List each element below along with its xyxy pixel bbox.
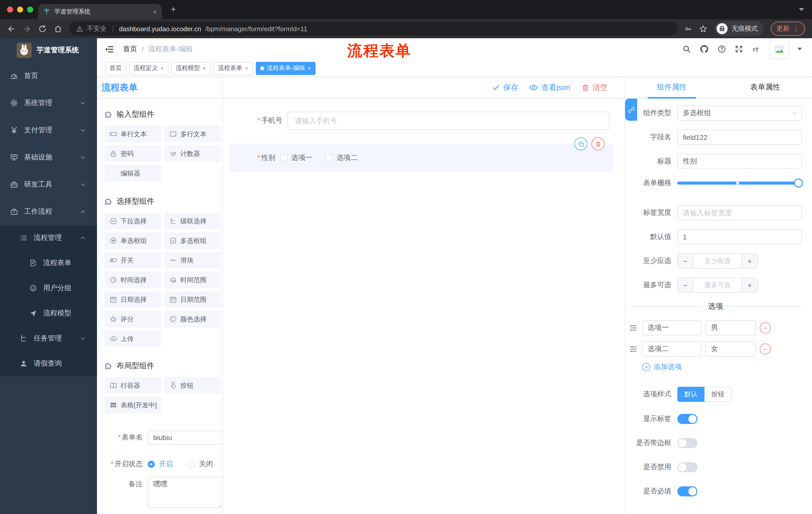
tag-process-form-edit[interactable]: 流程表单-编辑× — [256, 62, 316, 75]
palette-item-rate[interactable]: 评分 — [105, 311, 161, 327]
sidebar-item-user-group[interactable]: 用户分组 — [0, 276, 97, 301]
new-tab-button[interactable]: + — [169, 5, 178, 14]
remove-option-button[interactable]: − — [760, 322, 771, 333]
font-size-icon[interactable] — [752, 44, 761, 54]
show-label-toggle[interactable] — [677, 414, 697, 424]
palette-item-table[interactable]: 表格[开发中] — [105, 397, 161, 413]
grid-slider[interactable] — [677, 178, 802, 188]
tag-home[interactable]: 首页 — [105, 62, 126, 75]
password-key-icon[interactable] — [685, 25, 692, 32]
breadcrumb-home[interactable]: 首页 — [123, 45, 137, 54]
avatar[interactable] — [770, 39, 789, 59]
palette-item-color[interactable]: 颜色选择 — [164, 311, 221, 327]
view-json-button[interactable]: 查看json — [529, 83, 570, 92]
forward-icon[interactable] — [23, 24, 31, 33]
back-icon[interactable] — [7, 24, 16, 33]
palette-item-date[interactable]: 日期选择 — [105, 291, 161, 308]
window-controls[interactable] — [7, 6, 33, 12]
stepper-plus-button[interactable]: + — [742, 254, 757, 268]
close-tab-icon[interactable]: × — [153, 8, 157, 15]
status-radio-off[interactable]: 关闭 — [188, 460, 213, 469]
stepper-plus-button[interactable]: + — [742, 278, 757, 292]
palette-item-cascade[interactable]: 级联选择 — [164, 213, 221, 229]
address-bar[interactable]: 不安全 dashboard.yudao.iocoder.cn/bpm/manag… — [69, 22, 677, 36]
field-name-input[interactable] — [677, 130, 802, 145]
tag-process-model[interactable]: 流程模型× — [171, 62, 210, 75]
sidebar-item-task-mgmt[interactable]: 任务管理 — [0, 326, 97, 351]
stepper-minus-button[interactable]: − — [678, 254, 693, 268]
github-icon[interactable] — [699, 44, 709, 54]
avatar-caret-icon[interactable] — [798, 47, 802, 51]
drag-handle-icon[interactable] — [629, 323, 638, 332]
palette-item-upload[interactable]: 上传 — [105, 330, 161, 347]
label-width-input[interactable] — [677, 205, 802, 220]
option-style-default-button[interactable]: 默认 — [677, 387, 704, 402]
disabled-toggle[interactable] — [677, 462, 697, 472]
sidebar-item-process-form[interactable]: 流程表单 — [0, 250, 97, 276]
checkbox-icon[interactable] — [326, 154, 332, 161]
palette-item-switch[interactable]: 开关 — [105, 252, 161, 269]
required-toggle[interactable] — [677, 486, 697, 496]
checkbox-icon[interactable] — [280, 154, 287, 161]
browser-tab[interactable]: 芋道管理系统 × — [38, 4, 162, 19]
palette-item-password[interactable]: 密码 — [105, 145, 161, 162]
sidebar-item-process-mgmt[interactable]: 流程管理 — [0, 225, 97, 250]
browser-menu-kebab-icon[interactable]: ⋮ — [793, 25, 800, 32]
palette-item-radio-group[interactable]: 单选框组 — [105, 232, 161, 249]
sidebar-item-devtools[interactable]: 研发工具 — [0, 171, 97, 198]
option-2-name-input[interactable] — [642, 342, 701, 357]
palette-item-counter[interactable]: 计数器 — [164, 145, 221, 162]
min-select-value[interactable]: 至少应选 — [693, 254, 742, 268]
collapse-sidebar-icon[interactable] — [105, 45, 114, 54]
form-remark-textarea[interactable]: 嘿嘿 — [148, 477, 223, 508]
tag-process-form[interactable]: 流程表单× — [213, 62, 253, 75]
palette-item-editor[interactable]: 编辑器 — [105, 165, 161, 182]
bookmark-star-icon[interactable] — [699, 24, 707, 33]
title-input[interactable] — [677, 154, 802, 169]
add-option-button[interactable]: + 添加选项 — [642, 362, 812, 372]
border-toggle[interactable] — [677, 438, 697, 448]
close-window-button[interactable] — [7, 6, 13, 12]
palette-item-row-container[interactable]: 行容器 — [105, 377, 161, 394]
remove-option-button[interactable]: − — [760, 344, 771, 355]
option-1-value-input[interactable] — [705, 320, 756, 335]
slider-track[interactable] — [677, 182, 802, 185]
tag-process-def[interactable]: 流程定义× — [129, 62, 168, 75]
stepper-minus-button[interactable]: − — [678, 278, 693, 292]
sidebar-item-infra[interactable]: 基础设施 — [0, 144, 97, 171]
close-icon[interactable]: × — [245, 64, 248, 72]
close-icon[interactable]: × — [308, 64, 311, 72]
search-icon[interactable] — [683, 45, 691, 53]
close-icon[interactable]: × — [203, 64, 206, 72]
palette-item-multi-text[interactable]: 多行文本 — [164, 126, 221, 142]
component-type-select[interactable]: 多选框组 — [677, 106, 802, 121]
sidebar-item-workflow[interactable]: 工作流程 — [0, 198, 97, 225]
palette-item-time-range[interactable]: 时间范围 — [164, 272, 221, 288]
sidebar-item-payment[interactable]: 支付管理 — [0, 117, 97, 144]
canvas-field-gender-selected[interactable]: *性别 选项一 选项二 — [229, 144, 613, 172]
option-2-value-input[interactable] — [705, 342, 756, 357]
minimize-window-button[interactable] — [17, 6, 23, 12]
slider-handle[interactable] — [794, 179, 803, 188]
save-button[interactable]: 保存 — [492, 83, 518, 92]
palette-item-button[interactable]: 按钮 — [164, 377, 221, 394]
reload-icon[interactable] — [38, 24, 47, 33]
update-browser-button[interactable]: 更新 ⋮ — [771, 22, 805, 36]
close-icon[interactable]: × — [160, 64, 164, 72]
clear-button[interactable]: 清空 — [581, 83, 608, 92]
max-select-value[interactable]: 最多可选 — [693, 278, 742, 292]
gender-option-1[interactable]: 选项一 — [280, 154, 313, 162]
sidebar-item-leave-query[interactable]: 请假查询 — [0, 351, 97, 376]
default-value-input[interactable] — [677, 229, 802, 244]
palette-item-time[interactable]: 时间选择 — [105, 272, 161, 288]
delete-component-button[interactable] — [591, 137, 605, 151]
status-radio-on[interactable]: 开启 — [148, 460, 173, 469]
option-style-button-button[interactable]: 按钮 — [704, 387, 732, 402]
form-name-input[interactable] — [148, 431, 223, 444]
sidebar-item-process-model[interactable]: 流程模型 — [0, 301, 97, 326]
drag-handle-icon[interactable] — [629, 345, 638, 354]
option-1-name-input[interactable] — [642, 320, 701, 335]
home-icon[interactable] — [54, 24, 62, 33]
palette-item-select[interactable]: 下拉选择 — [105, 213, 161, 229]
sidebar-item-system[interactable]: 系统管理 — [0, 89, 97, 117]
